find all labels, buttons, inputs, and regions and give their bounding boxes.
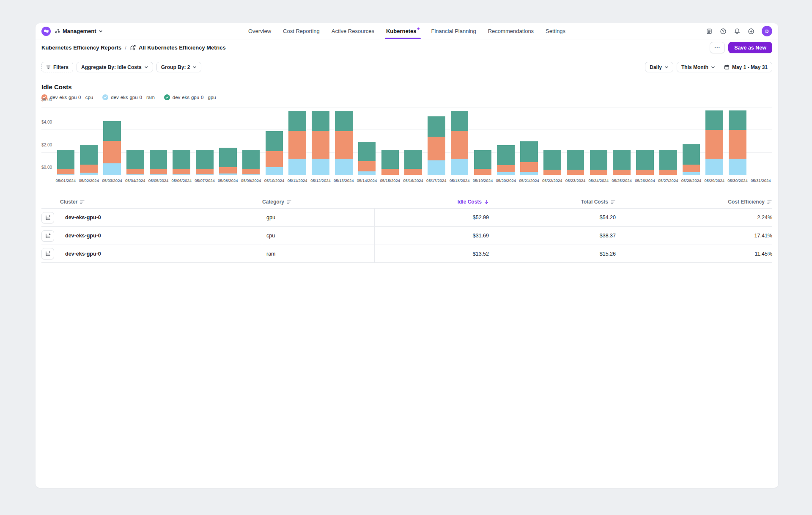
column-header-total-costs[interactable]: Total Costs xyxy=(489,199,616,205)
nav-item-cost-reporting[interactable]: Cost Reporting xyxy=(283,23,320,39)
main-card: Management OverviewCost ReportingActive … xyxy=(36,23,778,488)
stacked-bar[interactable] xyxy=(57,150,75,175)
stacked-bar[interactable] xyxy=(474,150,492,175)
bar-slot xyxy=(286,107,309,175)
stacked-bar[interactable] xyxy=(497,145,515,175)
bar-slot xyxy=(402,107,425,175)
stacked-bar[interactable] xyxy=(683,144,700,175)
x-axis-label: 05/15/2024 xyxy=(379,178,402,183)
nav-item-financial-planning[interactable]: Financial Planning xyxy=(431,23,476,39)
x-axis-label: 05/31/2024 xyxy=(749,178,772,183)
open-chart-button[interactable] xyxy=(41,248,54,259)
bar-segment xyxy=(312,159,329,175)
stacked-bar[interactable] xyxy=(590,150,608,175)
bar-segment xyxy=(683,165,700,173)
bar-segment xyxy=(80,145,98,165)
workspace-selector[interactable]: Management xyxy=(55,28,103,34)
stacked-bar[interactable] xyxy=(173,150,190,175)
bar-segment xyxy=(288,111,306,131)
add-icon[interactable] xyxy=(748,28,754,35)
group-by-dropdown[interactable]: Group By: 2 xyxy=(156,62,202,72)
x-axis-label: 05/09/2024 xyxy=(239,178,263,183)
bar-segment xyxy=(590,175,608,175)
column-header-idle-costs[interactable]: Idle Costs xyxy=(375,199,489,205)
stacked-bar[interactable] xyxy=(381,150,399,175)
breadcrumb: Kubernetes Efficiency Reports / All Kube… xyxy=(41,44,226,51)
column-header-cluster[interactable]: Cluster xyxy=(60,199,262,205)
nav-item-active-resources[interactable]: Active Resources xyxy=(332,23,374,39)
nav-item-overview[interactable]: Overview xyxy=(248,23,271,39)
bar-slot xyxy=(749,107,772,175)
stacked-bar[interactable] xyxy=(312,111,329,175)
bar-segment xyxy=(126,174,144,175)
nav-item-kubernetes[interactable]: Kubernetes xyxy=(386,23,420,39)
stacked-bar[interactable] xyxy=(126,150,144,175)
stacked-bar[interactable] xyxy=(335,111,353,175)
aggregate-by-dropdown[interactable]: Aggregate By: Idle Costs xyxy=(77,62,153,72)
bar-segment xyxy=(567,150,584,170)
interval-dropdown[interactable]: Daily xyxy=(645,62,673,72)
table-body: dev-eks-gpu-0gpu$52.99$54.202.24%dev-eks… xyxy=(41,208,772,263)
bar-slot xyxy=(54,107,77,175)
bar-segment xyxy=(636,150,654,170)
stacked-bar[interactable] xyxy=(705,110,723,175)
bar-segment xyxy=(103,163,121,175)
stacked-bar[interactable] xyxy=(80,145,98,175)
column-header-label: Idle Costs xyxy=(458,199,482,205)
stacked-bar[interactable] xyxy=(567,150,584,175)
user-avatar[interactable]: D xyxy=(762,26,772,36)
stacked-bar[interactable] xyxy=(636,150,654,175)
chevron-down-icon xyxy=(664,65,669,69)
stacked-bar[interactable] xyxy=(219,148,237,175)
legend-item[interactable]: dev-eks-gpu-0 - gpu xyxy=(164,94,216,100)
changelog-icon[interactable] xyxy=(706,28,713,35)
bar-segment xyxy=(705,130,723,159)
stacked-bar[interactable] xyxy=(288,111,306,175)
x-axis-label: 05/11/2024 xyxy=(286,178,309,183)
table-row[interactable]: dev-eks-gpu-0cpu$31.69$38.3717.41% xyxy=(41,226,772,245)
table-row[interactable]: dev-eks-gpu-0ram$13.52$15.2611.45% xyxy=(41,245,772,263)
app-logo-icon[interactable] xyxy=(41,27,51,36)
breadcrumb-parent[interactable]: Kubernetes Efficiency Reports xyxy=(41,44,121,51)
workspace-label: Management xyxy=(63,28,96,34)
open-chart-button[interactable] xyxy=(41,212,54,223)
stacked-bar[interactable] xyxy=(196,150,214,175)
bar-segment xyxy=(126,150,144,169)
breadcrumb-current: All Kubernetes Efficiency Metrics xyxy=(130,44,226,51)
bar-segment xyxy=(659,175,677,175)
stacked-bar[interactable] xyxy=(543,150,561,175)
range-preset-dropdown[interactable]: This Month xyxy=(677,62,720,72)
more-options-button[interactable]: ... xyxy=(710,42,725,53)
stacked-bar[interactable] xyxy=(404,150,422,175)
sort-icon xyxy=(610,200,616,204)
stacked-bar[interactable] xyxy=(150,150,167,175)
save-as-new-button[interactable]: Save as New xyxy=(728,42,772,53)
stacked-bar[interactable] xyxy=(659,150,677,175)
table-row[interactable]: dev-eks-gpu-0gpu$52.99$54.202.24% xyxy=(41,208,772,226)
stacked-bar[interactable] xyxy=(358,142,376,175)
bar-segment xyxy=(358,171,376,175)
stacked-bar[interactable] xyxy=(613,150,631,175)
stacked-bar[interactable] xyxy=(729,110,746,175)
topbar-actions: D xyxy=(706,26,772,36)
breadcrumb-separator: / xyxy=(125,44,126,51)
bar-segment xyxy=(497,145,515,165)
nav-item-settings[interactable]: Settings xyxy=(546,23,565,39)
notifications-icon[interactable] xyxy=(734,28,741,35)
bar-segment xyxy=(543,170,561,175)
stacked-bar[interactable] xyxy=(451,111,469,175)
nav-item-recommendations[interactable]: Recommendations xyxy=(488,23,534,39)
column-header-category[interactable]: Category xyxy=(262,199,375,205)
stacked-bar[interactable] xyxy=(266,131,283,175)
help-icon[interactable] xyxy=(720,28,727,35)
stacked-bar[interactable] xyxy=(428,116,445,175)
stacked-bar[interactable] xyxy=(242,150,260,175)
date-range-picker[interactable]: May 1 - May 31 xyxy=(720,62,772,72)
chevron-down-icon xyxy=(144,65,148,69)
open-chart-button[interactable] xyxy=(41,230,54,242)
legend-item[interactable]: dev-eks-gpu-0 - ram xyxy=(102,94,155,100)
column-header-cost-efficiency[interactable]: Cost Efficiency xyxy=(616,199,772,205)
stacked-bar[interactable] xyxy=(520,141,538,175)
stacked-bar[interactable] xyxy=(103,121,121,175)
filters-button[interactable]: Filters xyxy=(41,62,73,72)
